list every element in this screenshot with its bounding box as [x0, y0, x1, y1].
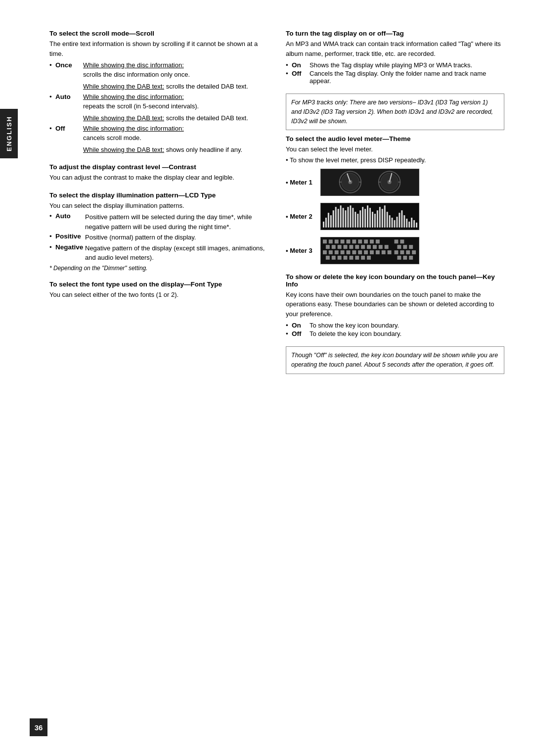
key-on-text: To show the key icon boundary.	[310, 322, 399, 329]
audio-intro: You can select the level meter.	[286, 144, 504, 154]
auto-text4: scrolls the detailed DAB text.	[166, 114, 248, 122]
key-on-label: On	[292, 322, 310, 329]
svg-rect-92	[400, 239, 404, 243]
svg-rect-54	[346, 239, 350, 243]
svg-rect-59	[376, 239, 380, 243]
left-column: To select the scroll mode—Scroll The ent…	[49, 30, 268, 379]
svg-rect-87	[349, 256, 353, 260]
audio-bullet: • To show the level meter, press DISP re…	[286, 156, 504, 164]
svg-rect-76	[352, 250, 356, 254]
svg-rect-63	[344, 245, 348, 249]
svg-rect-88	[355, 256, 359, 260]
svg-rect-11	[325, 218, 327, 228]
svg-rect-12	[328, 213, 329, 228]
svg-rect-65	[355, 245, 359, 249]
scroll-off-text3: While showing the DAB text:	[83, 146, 164, 153]
key-info-note-box: Though "Off" is selected, the key icon b…	[286, 346, 504, 374]
tag-on-text: Shows the Tag display while playing MP3 …	[310, 61, 472, 69]
svg-rect-20	[347, 207, 349, 228]
svg-rect-90	[367, 256, 371, 260]
svg-rect-97	[400, 250, 404, 254]
svg-rect-47	[413, 220, 415, 228]
svg-rect-35	[384, 205, 386, 228]
svg-rect-81	[382, 250, 386, 254]
auto-text3-wrap: While showing the DAB text: scrolls the …	[83, 113, 268, 123]
contrast-body: You can adjust the contrast to make the …	[49, 173, 268, 183]
tag-intro: An MP3 and WMA track can contain track i…	[286, 39, 504, 58]
font-body: You can select either of the two fonts (…	[49, 290, 268, 300]
tag-note-box: For MP3 tracks only: There are two versi…	[286, 94, 504, 130]
svg-rect-33	[379, 207, 381, 228]
right-column: To turn the tag display on or off—Tag An…	[286, 30, 504, 379]
svg-rect-84	[332, 256, 336, 260]
svg-rect-85	[338, 256, 342, 260]
svg-rect-10	[323, 222, 324, 228]
svg-rect-27	[364, 209, 366, 228]
tag-title: To turn the tag display on or off—Tag	[286, 30, 504, 37]
svg-rect-43	[403, 215, 405, 228]
svg-rect-44	[406, 219, 407, 228]
svg-rect-50	[323, 239, 327, 243]
svg-rect-67	[367, 245, 371, 249]
svg-rect-36	[387, 212, 388, 228]
svg-rect-30	[372, 212, 373, 228]
svg-rect-24	[357, 214, 358, 228]
meter2-image	[320, 203, 419, 230]
tag-on-label: On	[292, 61, 310, 69]
svg-rect-98	[406, 250, 410, 254]
lcd-auto-label: Auto	[55, 212, 85, 232]
svg-rect-94	[403, 245, 407, 249]
svg-rect-31	[374, 214, 376, 228]
svg-rect-82	[388, 250, 392, 254]
svg-rect-83	[326, 256, 330, 260]
key-info-intro: Key icons have their own boundaries on t…	[286, 290, 504, 319]
svg-rect-40	[396, 217, 398, 228]
key-off-label: Off	[292, 330, 310, 337]
svg-rect-34	[382, 209, 383, 228]
svg-rect-78	[364, 250, 368, 254]
meter2-label: • Meter 2	[286, 213, 320, 220]
svg-rect-22	[352, 208, 354, 228]
svg-rect-48	[416, 223, 417, 228]
lcd-positive-label: Positive	[55, 233, 85, 242]
once-text3: While showing the DAB text:	[83, 83, 164, 90]
svg-rect-99	[412, 250, 416, 254]
svg-rect-69	[379, 245, 383, 249]
svg-rect-46	[411, 218, 412, 228]
meter1-image	[320, 169, 419, 196]
svg-rect-77	[358, 250, 362, 254]
font-section: To select the font type used on the disp…	[49, 281, 268, 300]
auto-label: Auto	[55, 93, 83, 100]
svg-rect-16	[338, 209, 339, 228]
svg-rect-0	[321, 169, 419, 195]
svg-rect-100	[397, 256, 401, 260]
svg-rect-73	[335, 250, 339, 254]
english-tab: ENGLISH	[0, 109, 18, 158]
svg-rect-61	[332, 245, 336, 249]
font-title: To select the font type used on the disp…	[49, 281, 268, 288]
audio-section: To select the audio level meter—Theme Yo…	[286, 135, 504, 264]
meter1-row: • Meter 1	[286, 169, 504, 196]
svg-rect-80	[376, 250, 380, 254]
svg-rect-38	[392, 218, 393, 228]
auto-text1: While showing the disc information:	[83, 93, 184, 100]
svg-rect-64	[349, 245, 353, 249]
key-info-section: To show or delete the key icon boundary …	[286, 273, 504, 338]
once-disc-label: While showing the disc information:	[83, 61, 184, 69]
tag-off-text: Cancels the Tag display. Only the folder…	[310, 70, 504, 85]
scroll-off-text1: While showing the disc information:	[83, 125, 184, 132]
svg-rect-15	[335, 207, 337, 228]
scroll-off-text2: cancels scroll mode.	[83, 133, 268, 143]
lcd-positive-text: Positive (normal) pattern of the display…	[85, 233, 196, 242]
tag-off-label: Off	[292, 70, 310, 85]
svg-rect-102	[409, 256, 413, 260]
svg-rect-93	[397, 245, 401, 249]
svg-rect-25	[359, 210, 361, 228]
meter3-row: • Meter 3	[286, 237, 504, 264]
lcd-intro: You can select the display illumination …	[49, 201, 268, 211]
meter2-row: • Meter 2	[286, 203, 504, 230]
svg-rect-42	[401, 210, 402, 228]
svg-rect-53	[341, 239, 345, 243]
svg-rect-75	[346, 250, 350, 254]
auto-text3: While showing the DAB text:	[83, 114, 164, 122]
